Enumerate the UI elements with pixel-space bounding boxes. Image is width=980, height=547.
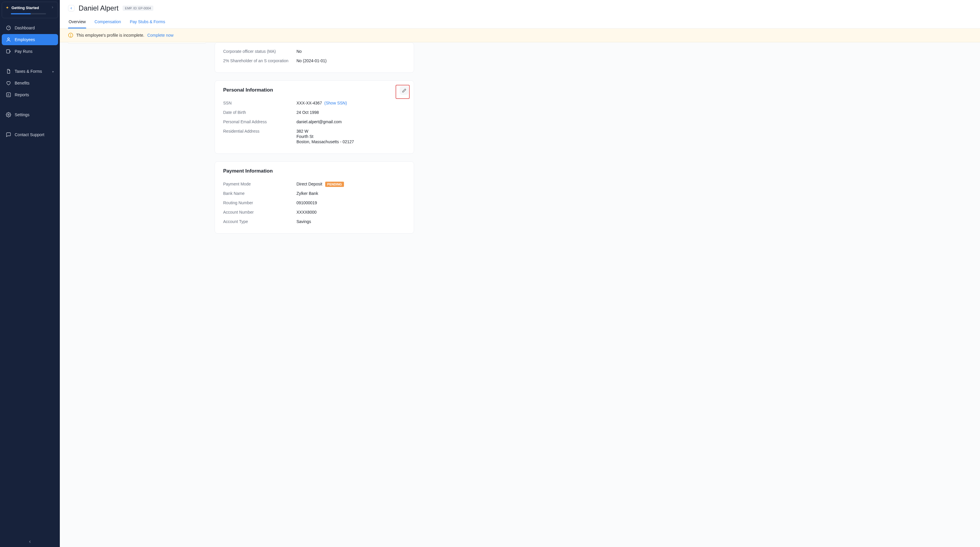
svg-point-7 xyxy=(70,36,71,37)
personal-information-card: Personal Information SSN XXX-XX-4367 (Sh… xyxy=(215,80,414,154)
kv-row: Routing Number 091000019 xyxy=(223,198,406,207)
kv-value: Savings xyxy=(296,219,311,224)
back-button[interactable] xyxy=(68,5,75,11)
kv-value: No xyxy=(296,49,302,54)
kv-value: 091000019 xyxy=(296,201,317,205)
pay-run-icon xyxy=(6,49,11,54)
card-title: Payment Information xyxy=(223,168,406,174)
kv-value: No (2024-01-01) xyxy=(296,58,327,63)
sidebar-item-label: Taxes & Forms xyxy=(15,69,42,74)
edit-personal-info-button[interactable] xyxy=(400,86,409,95)
sidebar-item-taxes-forms[interactable]: Taxes & Forms ▸ xyxy=(2,66,58,77)
sparkle-icon: ✦ xyxy=(6,5,9,10)
kv-label: Date of Birth xyxy=(223,110,291,115)
chevron-left-icon xyxy=(70,6,73,10)
kv-row: Payment Mode Direct Deposit PENDING xyxy=(223,179,406,189)
chat-icon xyxy=(6,132,11,137)
address-line: 382 W xyxy=(296,129,354,134)
employee-id-badge: EMP. ID: EP-0004 xyxy=(123,6,153,11)
chevron-right-icon xyxy=(51,5,54,10)
user-icon xyxy=(6,37,11,42)
kv-label: Routing Number xyxy=(223,201,291,205)
alert-text: This employee's profile is incomplete. xyxy=(76,33,144,38)
sidebar-item-label: Settings xyxy=(15,112,30,117)
page-title: Daniel Alpert xyxy=(79,4,118,12)
pending-badge: PENDING xyxy=(325,182,344,187)
sidebar-collapse-button[interactable] xyxy=(0,536,60,547)
kv-value: daniel.alpert@gmail.com xyxy=(296,120,342,124)
tab-pay-stubs-forms[interactable]: Pay Stubs & Forms xyxy=(129,16,166,28)
kv-row: Bank Name Zylker Bank xyxy=(223,189,406,198)
kv-label: Payment Mode xyxy=(223,182,291,187)
sidebar-item-label: Contact Support xyxy=(15,132,44,137)
sidebar-item-pay-runs[interactable]: Pay Runs xyxy=(2,46,58,57)
kv-label: Residential Address xyxy=(223,129,291,144)
complete-now-link[interactable]: Complete now xyxy=(147,33,173,38)
sidebar-item-label: Benefits xyxy=(15,81,30,85)
tab-compensation[interactable]: Compensation xyxy=(94,16,121,28)
tax-status-card-fragment: Corporate officer status (MA) No 2% Shar… xyxy=(215,42,414,73)
chevron-left-icon xyxy=(28,540,32,544)
sidebar-item-label: Employees xyxy=(15,37,35,42)
kv-value: XXXX8000 xyxy=(296,210,317,215)
sidebar-item-label: Dashboard xyxy=(15,26,35,30)
kv-label: 2% Shareholder of an S corporation xyxy=(223,58,291,63)
kv-row: 2% Shareholder of an S corporation No (2… xyxy=(223,56,406,65)
caret-right-icon: ▸ xyxy=(52,70,54,73)
address-line: Fourth St xyxy=(296,134,354,139)
kv-label: Bank Name xyxy=(223,191,291,196)
payment-mode-value: Direct Deposit xyxy=(296,182,322,187)
svg-point-1 xyxy=(8,38,10,40)
sidebar-item-contact-support[interactable]: Contact Support xyxy=(2,129,58,140)
page-header: Daniel Alpert EMP. ID: EP-0004 xyxy=(60,0,980,14)
show-ssn-link[interactable]: (Show SSN) xyxy=(325,100,347,105)
kv-value: XXX-XX-4367 (Show SSN) xyxy=(296,100,347,105)
kv-value: 382 W Fourth St Boston, Massachusetts - … xyxy=(296,129,354,144)
kv-row: Date of Birth 24 Oct 1998 xyxy=(223,108,406,117)
sidebar-item-reports[interactable]: Reports xyxy=(2,89,58,100)
kv-row: Residential Address 382 W Fourth St Bost… xyxy=(223,126,406,147)
kv-label: Personal Email Address xyxy=(223,120,291,124)
kv-label: Account Number xyxy=(223,210,291,215)
kv-row: Corporate officer status (MA) No xyxy=(223,47,406,56)
address-line: Boston, Massachusetts - 02127 xyxy=(296,139,354,144)
svg-rect-2 xyxy=(6,49,10,53)
card-title: Personal Information xyxy=(223,87,406,93)
tabs: Overview Compensation Pay Stubs & Forms xyxy=(60,16,980,29)
warning-icon xyxy=(68,33,73,38)
kv-label: Account Type xyxy=(223,219,291,224)
sidebar-item-settings[interactable]: Settings xyxy=(2,109,58,120)
payment-information-card: Payment Information Payment Mode Direct … xyxy=(215,161,414,234)
kv-value: 24 Oct 1998 xyxy=(296,110,319,115)
sidebar-item-benefits[interactable]: Benefits xyxy=(2,78,58,89)
kv-row: SSN XXX-XX-4367 (Show SSN) xyxy=(223,98,406,108)
kv-label: SSN xyxy=(223,100,291,105)
ssn-masked: XXX-XX-4367 xyxy=(296,100,322,105)
gear-icon xyxy=(6,112,11,117)
sidebar-item-dashboard[interactable]: Dashboard xyxy=(2,22,58,33)
sidebar: ✦ Getting Started Dashboard Employees Pa… xyxy=(0,0,60,547)
kv-label: Corporate officer status (MA) xyxy=(223,49,291,54)
incomplete-profile-alert: This employee's profile is incomplete. C… xyxy=(60,29,980,42)
getting-started-progress xyxy=(11,13,46,14)
document-icon xyxy=(6,69,11,74)
tab-overview[interactable]: Overview xyxy=(68,16,86,28)
main-content: Daniel Alpert EMP. ID: EP-0004 Overview … xyxy=(60,0,980,547)
sidebar-item-label: Reports xyxy=(15,92,29,97)
svg-point-4 xyxy=(8,114,10,116)
sidebar-item-employees[interactable]: Employees xyxy=(2,34,58,45)
pencil-icon xyxy=(402,88,406,93)
getting-started-label: Getting Started xyxy=(11,6,48,10)
kv-row: Account Number XXXX8000 xyxy=(223,207,406,217)
kv-row: Personal Email Address daniel.alpert@gma… xyxy=(223,117,406,126)
kv-value: Zylker Bank xyxy=(296,191,318,196)
gauge-icon xyxy=(6,25,11,30)
sidebar-item-label: Pay Runs xyxy=(15,49,33,54)
chart-icon xyxy=(6,92,11,97)
collapsed-card-fragment xyxy=(68,42,206,43)
kv-value: Direct Deposit PENDING xyxy=(296,182,344,187)
kv-row: Account Type Savings xyxy=(223,217,406,226)
benefits-icon xyxy=(6,80,11,86)
getting-started-card[interactable]: ✦ Getting Started xyxy=(2,2,58,18)
